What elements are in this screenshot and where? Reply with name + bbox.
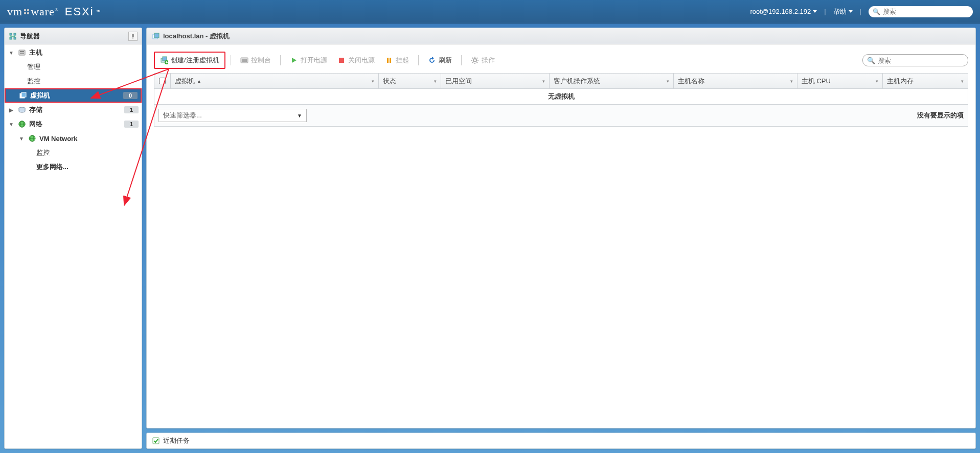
nav-storage-label: 存储	[29, 105, 42, 114]
navigator-header: 导航器	[5, 28, 142, 44]
nav-storage[interactable]: ▶ 存储 1	[5, 103, 142, 117]
svg-line-36	[472, 62, 473, 63]
chevron-down-icon: ▾	[434, 79, 437, 84]
expand-icon[interactable]: ▶	[8, 107, 15, 113]
svg-rect-0	[10, 33, 12, 35]
user-menu[interactable]: root@192.168.2.192	[750, 8, 817, 15]
vm-search[interactable]: 🔍	[862, 54, 968, 66]
nav-more-networks-label: 更多网络...	[36, 162, 69, 172]
svg-rect-8	[20, 53, 24, 54]
recent-tasks-panel[interactable]: 近期任务	[146, 433, 976, 449]
console-button[interactable]: 控制台	[236, 54, 275, 67]
chevron-down-icon	[849, 10, 853, 13]
help-label: 帮助	[833, 7, 847, 16]
nav-vm-network-label: VM Network	[39, 135, 77, 142]
col-host-mem-label: 主机内存	[887, 77, 914, 86]
col-status-label: 状态	[383, 77, 396, 86]
pause-icon	[385, 56, 393, 64]
chevron-down-icon: ▾	[667, 79, 669, 84]
chevron-down-icon	[813, 10, 817, 13]
help-menu[interactable]: 帮助	[833, 7, 853, 16]
navigator-tree: ▼ 主机 管理 监控 虚拟机 0 ▶	[5, 44, 142, 448]
nav-host[interactable]: ▼ 主机	[5, 45, 142, 60]
no-items-label: 没有要显示的项	[917, 111, 964, 120]
vm-icon	[152, 32, 160, 40]
col-used-space[interactable]: 已用空间 ▾	[441, 74, 550, 88]
search-icon: 🔍	[867, 57, 875, 64]
empty-message: 无虚拟机	[154, 89, 968, 104]
chevron-down-icon: ▼	[297, 113, 302, 118]
vm-icon	[19, 91, 27, 100]
nav-network-label: 网络	[29, 120, 42, 129]
svg-rect-10	[21, 92, 26, 97]
vm-table-header: 虚拟机 ▲ ▾ 状态 ▾ 已用空间 ▾	[154, 74, 968, 89]
refresh-label: 刷新	[439, 56, 452, 65]
user-label: root@192.168.2.192	[750, 8, 811, 15]
col-checkbox[interactable]	[154, 74, 171, 88]
vm-table-body: 无虚拟机	[154, 89, 968, 104]
col-guest-os[interactable]: 客户机操作系统 ▾	[550, 74, 673, 88]
col-vm[interactable]: 虚拟机 ▲ ▾	[171, 74, 379, 88]
global-search-input[interactable]	[883, 8, 969, 15]
nav-net-monitor[interactable]: 监控	[5, 146, 142, 160]
quick-filter-label: 快速筛选器...	[163, 111, 202, 120]
expand-icon[interactable]: ▼	[18, 136, 25, 141]
svg-line-37	[476, 58, 477, 59]
esxi-word: ESXi	[65, 5, 94, 18]
vm-table-footer: 快速筛选器... ▼ 没有要显示的项	[154, 104, 968, 126]
expand-icon[interactable]: ▼	[8, 50, 15, 56]
pin-icon	[130, 34, 135, 39]
col-used-space-label: 已用空间	[445, 77, 472, 86]
chevron-down-icon: ▾	[790, 79, 793, 84]
vm-table: 虚拟机 ▲ ▾ 状态 ▾ 已用空间 ▾	[154, 73, 968, 127]
nav-manage[interactable]: 管理	[5, 60, 142, 74]
expand-icon[interactable]: ▼	[8, 122, 15, 127]
nav-vms-count: 0	[123, 92, 138, 99]
vm-toolbar: 创建/注册虚拟机 控制台 打开电源	[154, 52, 968, 73]
nav-manage-label: 管理	[27, 62, 40, 71]
nav-monitor[interactable]: 监控	[5, 74, 142, 88]
chevron-down-icon: ▾	[372, 79, 374, 84]
nav-more-networks[interactable]: 更多网络...	[5, 160, 142, 174]
col-host-name[interactable]: 主机名称 ▾	[674, 74, 797, 88]
nav-storage-count: 1	[124, 106, 139, 113]
col-host-mem[interactable]: 主机内存 ▾	[883, 74, 968, 88]
svg-rect-25	[242, 59, 247, 62]
nav-vms[interactable]: 虚拟机 0	[5, 88, 142, 103]
suspend-label: 挂起	[396, 56, 409, 65]
svg-rect-5	[133, 37, 133, 39]
vm-search-input[interactable]	[878, 57, 964, 64]
pin-toggle[interactable]	[128, 32, 138, 41]
host-icon	[18, 49, 26, 57]
refresh-icon	[428, 56, 436, 64]
nav-network[interactable]: ▼ 网络 1	[5, 117, 142, 131]
suspend-button[interactable]: 挂起	[381, 54, 413, 67]
create-register-vm-button[interactable]: 创建/注册虚拟机	[154, 52, 225, 69]
create-vm-icon	[160, 56, 168, 64]
quick-filter-dropdown[interactable]: 快速筛选器... ▼	[158, 109, 307, 122]
nav-host-label: 主机	[29, 48, 42, 57]
nav-vms-label: 虚拟机	[30, 91, 50, 100]
refresh-button[interactable]: 刷新	[424, 54, 456, 67]
nav-vm-network[interactable]: ▼ VM Network	[5, 131, 142, 146]
power-off-label: 关闭电源	[348, 56, 375, 65]
network-icon	[28, 134, 36, 142]
brand-logo: vmware® ESXi ™	[7, 5, 101, 18]
actions-button[interactable]: 操作	[467, 54, 499, 67]
power-off-button[interactable]: 关闭电源	[333, 54, 379, 67]
global-search[interactable]: 🔍	[869, 6, 973, 17]
col-host-cpu[interactable]: 主机 CPU ▾	[797, 74, 883, 88]
select-all-checkbox[interactable]	[159, 78, 166, 84]
power-on-button[interactable]: 打开电源	[286, 54, 331, 67]
col-vm-label: 虚拟机	[175, 77, 195, 86]
svg-rect-2	[10, 37, 12, 39]
svg-rect-26	[339, 58, 344, 63]
power-on-label: 打开电源	[301, 56, 327, 65]
col-guest-os-label: 客户机操作系统	[554, 77, 600, 86]
content-panel: localhost.lan - 虚拟机 创建/注册虚拟机 控制台	[146, 28, 976, 428]
svg-rect-28	[390, 58, 391, 63]
nav-network-count: 1	[124, 121, 139, 128]
col-host-name-label: 主机名称	[678, 77, 704, 86]
col-status[interactable]: 状态 ▾	[379, 74, 441, 88]
console-icon	[240, 56, 248, 64]
